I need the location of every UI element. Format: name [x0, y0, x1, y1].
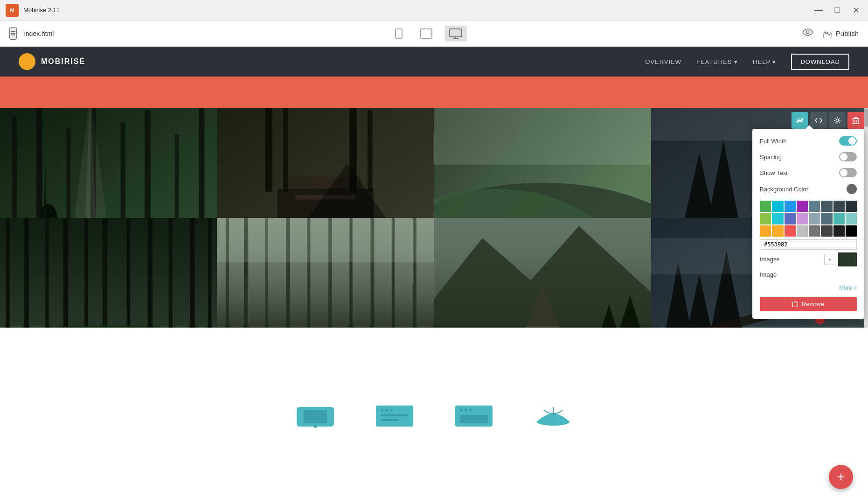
- svg-rect-34: [350, 108, 357, 192]
- image-label: Image: [760, 271, 777, 278]
- svg-rect-54: [45, 218, 49, 328]
- hex-input[interactable]: [760, 239, 857, 250]
- images-label: Images: [760, 256, 780, 263]
- color-swatch[interactable]: [809, 201, 820, 212]
- filename-label: index.html: [24, 30, 54, 37]
- color-swatch[interactable]: [760, 201, 771, 212]
- delete-button[interactable]: [847, 112, 864, 129]
- full-width-row: Full Width: [760, 136, 857, 146]
- svg-point-103: [390, 409, 393, 412]
- svg-rect-36: [295, 195, 355, 199]
- color-swatch[interactable]: [760, 225, 771, 237]
- color-grid: [760, 201, 857, 237]
- desktop-view-button[interactable]: [444, 26, 467, 42]
- color-swatch[interactable]: [846, 225, 857, 237]
- svg-rect-52: [6, 218, 10, 328]
- nav-features[interactable]: FEATURES ▾: [696, 58, 738, 65]
- color-swatch[interactable]: [821, 213, 832, 224]
- menu-button[interactable]: ≡: [9, 27, 17, 40]
- svg-rect-18: [36, 108, 42, 218]
- svg-rect-17: [12, 116, 17, 218]
- window-controls: — □ ✕: [812, 4, 862, 17]
- svg-point-5: [806, 31, 809, 34]
- svg-rect-61: [190, 218, 194, 328]
- scrollbar-thumb[interactable]: [864, 108, 868, 127]
- full-width-toggle[interactable]: [839, 136, 857, 146]
- color-swatch[interactable]: [833, 225, 845, 237]
- preview-button[interactable]: [802, 28, 813, 39]
- maximize-button[interactable]: □: [831, 4, 844, 17]
- settings-panel: Full Width Spacing Show Text Background …: [752, 129, 864, 319]
- svg-point-1: [398, 36, 399, 37]
- color-swatch[interactable]: [772, 201, 783, 212]
- color-swatch[interactable]: [797, 225, 808, 237]
- minimize-button[interactable]: —: [812, 4, 825, 17]
- publish-button[interactable]: Publish: [823, 29, 859, 38]
- color-swatch[interactable]: [846, 213, 857, 224]
- svg-rect-31: [277, 189, 374, 218]
- svg-rect-110: [460, 415, 488, 423]
- panel-caret: [806, 125, 813, 129]
- svg-rect-21: [120, 122, 125, 218]
- color-swatch[interactable]: [772, 225, 783, 237]
- color-swatch[interactable]: [846, 201, 857, 212]
- color-swatch[interactable]: [809, 225, 820, 237]
- spacing-toggle[interactable]: [839, 152, 857, 161]
- svg-rect-23: [175, 134, 179, 218]
- logo-letter: M: [10, 7, 14, 13]
- nav-download-button[interactable]: DOWNLOAD: [791, 54, 849, 70]
- nav-overview[interactable]: OVERVIEW: [645, 58, 681, 65]
- gallery-cell-2: [217, 108, 434, 218]
- svg-point-107: [460, 409, 463, 412]
- fab-add-button[interactable]: +: [829, 465, 853, 489]
- bottom-icon-3: [453, 403, 495, 429]
- svg-rect-22: [145, 110, 151, 218]
- svg-rect-92: [853, 119, 859, 124]
- nav-help[interactable]: HELP ▾: [753, 58, 776, 65]
- settings-button[interactable]: [829, 112, 846, 129]
- gallery-section: Full Width Spacing Show Text Background …: [0, 108, 868, 328]
- remove-button[interactable]: Remove: [760, 297, 857, 311]
- color-swatch[interactable]: [785, 225, 796, 237]
- svg-rect-19: [66, 128, 70, 218]
- color-swatch[interactable]: [821, 201, 832, 212]
- show-text-toggle[interactable]: [839, 168, 857, 177]
- svg-rect-56: [84, 218, 88, 328]
- image-thumb-1[interactable]: [838, 252, 857, 266]
- images-prev-button[interactable]: ‹: [824, 254, 835, 265]
- title-bar-left: M Mobirise 2.11: [6, 4, 60, 17]
- color-swatch[interactable]: [785, 213, 796, 224]
- svg-rect-16: [0, 108, 217, 218]
- gallery-toolbar: [792, 112, 864, 129]
- color-picker: [760, 201, 857, 250]
- svg-rect-4: [450, 29, 462, 37]
- color-swatch[interactable]: [797, 201, 808, 212]
- sun-icon: [19, 53, 35, 70]
- svg-rect-41: [434, 108, 651, 165]
- color-swatch[interactable]: [833, 201, 845, 212]
- svg-rect-55: [63, 218, 68, 328]
- mobile-view-button[interactable]: [389, 26, 408, 42]
- svg-rect-98: [304, 410, 327, 423]
- color-swatch[interactable]: [772, 213, 783, 224]
- close-button[interactable]: ✕: [849, 4, 862, 17]
- color-swatch[interactable]: [809, 213, 820, 224]
- color-swatch[interactable]: [833, 213, 845, 224]
- scrollbar[interactable]: [864, 108, 868, 328]
- color-swatch[interactable]: [785, 201, 796, 212]
- svg-point-91: [836, 119, 839, 122]
- svg-rect-32: [265, 108, 273, 192]
- color-swatch[interactable]: [797, 213, 808, 224]
- color-swatch[interactable]: [760, 213, 771, 224]
- tablet-view-button[interactable]: [416, 26, 437, 42]
- bg-color-swatch[interactable]: [847, 184, 857, 194]
- publish-label: Publish: [836, 29, 859, 37]
- bottom-section: [0, 328, 868, 504]
- svg-point-3: [430, 33, 431, 34]
- color-swatch[interactable]: [821, 225, 832, 237]
- svg-rect-35: [368, 110, 372, 191]
- gallery-cell-5: [0, 218, 217, 328]
- gallery-cell-7: [434, 218, 651, 328]
- gallery-cell-6: [217, 218, 434, 328]
- more-link[interactable]: More >: [760, 285, 857, 291]
